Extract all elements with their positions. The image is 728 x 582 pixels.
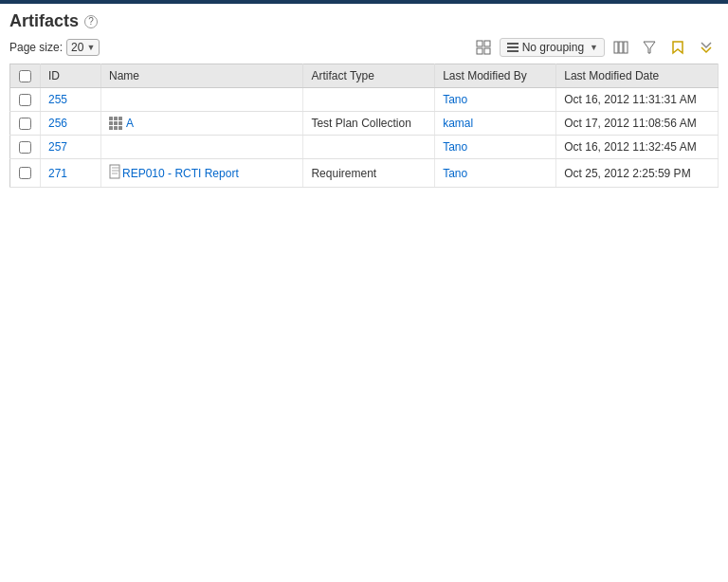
svg-rect-6: [507, 50, 519, 52]
grid-view-icon: [476, 40, 491, 55]
bookmark-icon: [670, 40, 685, 55]
page-size-select[interactable]: 20 ▼: [66, 39, 100, 56]
row-id-cell: 271: [41, 159, 101, 188]
table-row: 257TanoOct 16, 2012 11:32:45 AM: [10, 136, 719, 159]
bookmark-button[interactable]: [665, 37, 690, 58]
modified-by-link[interactable]: kamal: [443, 117, 473, 130]
row-checkbox[interactable]: [19, 141, 31, 154]
row-modified-date-cell: Oct 17, 2012 11:08:56 AM: [556, 112, 719, 136]
row-modified-by-cell: kamal: [435, 112, 556, 136]
row-checkbox-cell: [10, 112, 41, 136]
row-modified-date-cell: Oct 16, 2012 11:31:31 AM: [556, 88, 719, 112]
row-name-cell: [101, 136, 303, 159]
header-type-col: Artifact Type: [303, 64, 435, 88]
help-icon[interactable]: ?: [84, 15, 98, 28]
row-checkbox-cell: [10, 136, 41, 159]
table-row: 271REP010 - RCTI ReportRequirementTanoOc…: [10, 159, 719, 188]
row-checkbox[interactable]: [19, 118, 31, 130]
table-row: 256ATest Plan CollectionkamalOct 17, 201…: [10, 112, 719, 136]
grid-icon: [109, 117, 122, 130]
page-size-control: Page size: 20 ▼: [9, 39, 100, 56]
filter-button[interactable]: [637, 37, 662, 58]
artifact-id-link[interactable]: 256: [48, 117, 67, 130]
row-id-cell: 255: [41, 88, 101, 112]
row-checkbox-cell: [10, 88, 41, 112]
row-name-cell: A: [101, 112, 303, 136]
columns-icon: [613, 40, 628, 55]
row-id-cell: 257: [41, 136, 101, 159]
grouping-arrow: ▼: [590, 43, 598, 52]
table-row: 255TanoOct 16, 2012 11:31:31 AM: [10, 88, 719, 112]
row-type-cell: [303, 136, 435, 159]
svg-rect-1: [484, 41, 490, 46]
row-name-cell: REP010 - RCTI Report: [101, 159, 303, 188]
select-all-checkbox[interactable]: [19, 70, 31, 82]
page-size-value: 20: [71, 41, 83, 54]
title-row: Artifacts ?: [9, 11, 719, 31]
svg-marker-10: [644, 42, 655, 53]
columns-button[interactable]: [609, 37, 633, 58]
row-modified-by-cell: Tano: [435, 136, 556, 159]
svg-rect-7: [614, 42, 618, 53]
table-header-row: ID Name Artifact Type Last Modified By L…: [10, 64, 719, 88]
row-type-cell: Test Plan Collection: [303, 112, 435, 136]
svg-rect-4: [507, 43, 519, 45]
row-checkbox[interactable]: [19, 94, 31, 106]
svg-rect-9: [624, 42, 628, 53]
row-checkbox-cell: [10, 159, 41, 188]
grouping-button[interactable]: No grouping ▼: [500, 38, 605, 57]
modified-by-link[interactable]: Tano: [443, 93, 467, 106]
row-modified-date-cell: Oct 16, 2012 11:32:45 AM: [556, 136, 719, 159]
export-icon: [699, 40, 714, 55]
page-size-label: Page size:: [9, 41, 63, 54]
toolbar-row: Page size: 20 ▼: [9, 37, 719, 58]
svg-rect-8: [619, 42, 623, 53]
export-button[interactable]: [694, 37, 719, 58]
modified-by-link[interactable]: Tano: [443, 140, 467, 154]
grouping-label: No grouping: [522, 41, 584, 54]
svg-rect-12: [110, 165, 119, 178]
filter-icon: [642, 40, 657, 55]
header-modified-date-col: Last Modified Date: [556, 64, 719, 88]
artifact-id-link[interactable]: 255: [48, 93, 67, 106]
page-title: Artifacts: [9, 11, 79, 31]
artifact-id-link[interactable]: 271: [48, 167, 67, 180]
row-modified-by-cell: Tano: [435, 88, 556, 112]
page-size-arrow: ▼: [86, 43, 95, 52]
svg-rect-3: [484, 48, 490, 54]
artifact-name-link[interactable]: A: [126, 117, 134, 130]
header-checkbox-col: [10, 64, 41, 88]
row-name-cell: [101, 88, 303, 112]
modified-by-link[interactable]: Tano: [443, 167, 467, 180]
row-type-cell: [303, 88, 435, 112]
svg-rect-2: [477, 48, 482, 54]
table-body: 255TanoOct 16, 2012 11:31:31 AM256ATest …: [10, 88, 719, 188]
svg-rect-0: [477, 41, 482, 46]
svg-marker-11: [673, 42, 682, 53]
header-id-col: ID: [41, 64, 101, 88]
row-type-cell: Requirement: [303, 159, 435, 188]
toolbar-right: No grouping ▼: [471, 37, 719, 58]
artifact-name-link[interactable]: REP010 - RCTI Report: [122, 167, 239, 180]
grouping-icon: [506, 41, 519, 54]
header-modified-by-col: Last Modified By: [435, 64, 556, 88]
doc-icon: [109, 164, 122, 182]
row-id-cell: 256: [41, 112, 101, 136]
header-name-col: Name: [101, 64, 303, 88]
row-modified-date-cell: Oct 25, 2012 2:25:59 PM: [556, 159, 719, 188]
svg-rect-5: [507, 46, 519, 48]
artifacts-table: ID Name Artifact Type Last Modified By L…: [9, 64, 719, 188]
artifact-id-link[interactable]: 257: [48, 140, 67, 154]
page-container: Artifacts ? Page size: 20 ▼: [0, 4, 728, 195]
row-checkbox[interactable]: [19, 167, 31, 179]
grid-view-button[interactable]: [471, 37, 496, 58]
row-modified-by-cell: Tano: [435, 159, 556, 188]
